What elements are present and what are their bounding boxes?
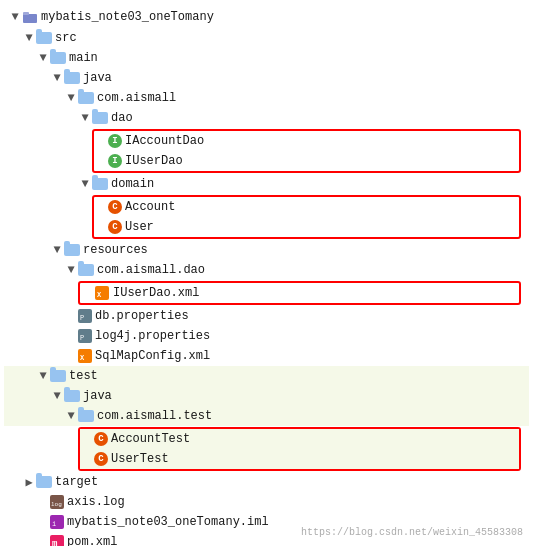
main-label: main [69,51,98,65]
root-arrow: ▼ [8,10,22,24]
com-aismall-dao-node[interactable]: ▼ com.aismall.dao [4,260,529,280]
IUserDao-label: IUserDao [125,154,183,168]
target-label: target [55,475,98,489]
svg-text:P: P [80,314,84,322]
folder-icon [64,72,80,84]
iml-label: mybatis_note03_oneTomany.iml [67,515,269,529]
class-icon: C [94,432,108,446]
folder-icon [78,92,94,104]
log4j-props-icon: P [78,329,92,343]
file-tree: ▼ mybatis_note03_oneTomany ▼ src ▼ main … [0,0,533,546]
folder-icon [36,476,52,488]
axis-log-node[interactable]: log axis.log [4,492,529,512]
java-node[interactable]: ▼ java [4,68,529,88]
User-label: User [125,220,154,234]
sqlmapconfig-label: SqlMapConfig.xml [95,349,210,363]
resources-node[interactable]: ▼ resources [4,240,529,260]
resources-label: resources [83,243,148,257]
test-highlight: C AccountTest C UserTest [78,427,521,471]
IAccountDao-node[interactable]: I IAccountDao [94,131,519,151]
svg-text:log: log [51,501,62,508]
Account-label: Account [125,200,175,214]
db-properties-label: db.properties [95,309,189,323]
folder-icon [50,52,66,64]
java-label: java [83,71,112,85]
dao-folder-node[interactable]: ▼ dao [4,108,529,128]
java-test-node[interactable]: ▼ java [4,386,529,406]
src-label: src [55,31,77,45]
interface-icon: I [108,154,122,168]
UserTest-label: UserTest [111,452,169,466]
folder-icon [78,410,94,422]
test-node[interactable]: ▼ test [4,366,529,386]
folder-icon [92,178,108,190]
domain-folder-node[interactable]: ▼ domain [4,174,529,194]
target-node[interactable]: ▶ target [4,472,529,492]
class-icon: C [108,200,122,214]
java-test-label: java [83,389,112,403]
com-aismall-test-label: com.aismall.test [97,409,212,423]
folder-icon [50,370,66,382]
class-icon: C [108,220,122,234]
User-node[interactable]: C User [94,217,519,237]
mvn-icon: m [50,535,64,546]
src-node[interactable]: ▼ src [4,28,529,48]
interface-icon: I [108,134,122,148]
db-properties-node[interactable]: P db.properties [4,306,529,326]
UserTest-node[interactable]: C UserTest [80,449,519,469]
svg-rect-1 [23,12,29,15]
class-icon: C [94,452,108,466]
domain-label: domain [111,177,154,191]
main-node[interactable]: ▼ main [4,48,529,68]
com-aismall-node[interactable]: ▼ com.aismall [4,88,529,108]
dao-label: dao [111,111,133,125]
folder-icon [64,244,80,256]
root-node[interactable]: ▼ mybatis_note03_oneTomany [4,6,529,28]
folder-icon [78,264,94,276]
IAccountDao-label: IAccountDao [125,134,204,148]
folder-icon [64,390,80,402]
log-icon: log [50,495,64,509]
iml-icon: i [50,515,64,529]
IUserDao-node[interactable]: I IUserDao [94,151,519,171]
svg-rect-0 [23,14,37,23]
log4j-properties-node[interactable]: P log4j.properties [4,326,529,346]
IUserDao-xml-node[interactable]: X IUserDao.xml [80,283,519,303]
sqlmap-xml-icon: X [78,349,92,363]
folder-icon [36,32,52,44]
sqlmapconfig-node[interactable]: X SqlMapConfig.xml [4,346,529,366]
props-icon: P [78,309,92,323]
com-aismall-dao-label: com.aismall.dao [97,263,205,277]
root-label: mybatis_note03_oneTomany [41,10,214,24]
domain-highlight: C Account C User [92,195,521,239]
xml-icon: X [94,286,110,300]
dao-highlight: I IAccountDao I IUserDao [92,129,521,173]
iuserdao-xml-highlight: X IUserDao.xml [78,281,521,305]
log4j-properties-label: log4j.properties [95,329,210,343]
project-icon [22,9,38,25]
axis-log-label: axis.log [67,495,125,509]
folder-icon [92,112,108,124]
svg-text:i: i [52,520,56,528]
AccountTest-node[interactable]: C AccountTest [80,429,519,449]
com-aismall-test-node[interactable]: ▼ com.aismall.test [4,406,529,426]
com-aismall-label: com.aismall [97,91,176,105]
test-label: test [69,369,98,383]
watermark: https://blog.csdn.net/weixin_45583308 [301,527,523,538]
AccountTest-label: AccountTest [111,432,190,446]
IUserDao-xml-label: IUserDao.xml [113,286,199,300]
Account-node[interactable]: C Account [94,197,519,217]
pom-label: pom.xml [67,535,117,546]
svg-text:m: m [52,539,58,546]
svg-text:P: P [80,334,84,342]
